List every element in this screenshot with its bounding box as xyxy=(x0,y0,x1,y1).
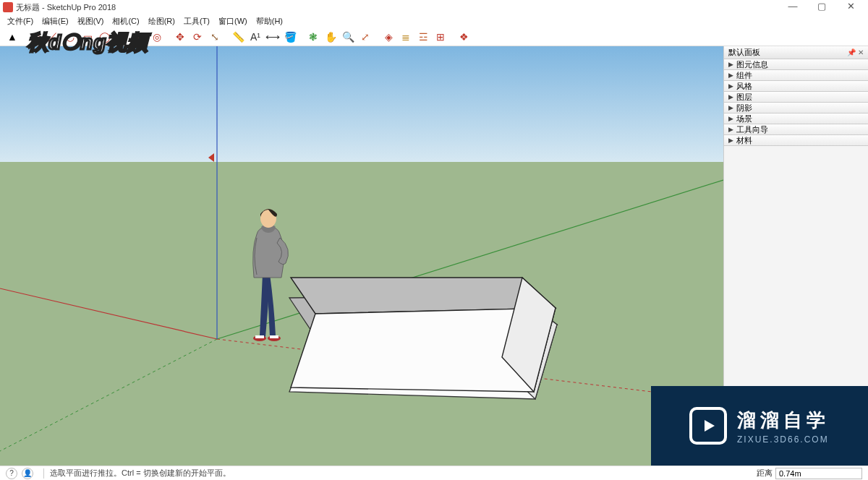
menu-item[interactable]: 文件(F) xyxy=(3,15,38,27)
status-hint: 选取平面进行推拉。Ctrl = 切换创建新的开始平面。 xyxy=(50,468,231,479)
measurement-input[interactable] xyxy=(775,468,862,479)
tray-header[interactable]: ▶风格 xyxy=(724,81,868,92)
eraser-tool[interactable]: ⬭ xyxy=(27,29,43,45)
zoom-extents-tool[interactable]: ⤢ xyxy=(357,29,373,45)
move-tool[interactable]: ✥ xyxy=(172,29,188,45)
tray-label: 场景 xyxy=(736,113,752,124)
app-icon xyxy=(3,2,13,12)
menubar: 文件(F)编辑(E)视图(V)相机(C)绘图(R)工具(T)窗口(W)帮助(H) xyxy=(0,14,868,27)
select-tool[interactable]: ▲ xyxy=(4,29,20,45)
panel-pin-icon[interactable]: 📌 ✕ xyxy=(847,48,864,56)
box-model xyxy=(291,278,556,392)
zoom-tool[interactable]: 🔍 xyxy=(340,29,356,45)
scale-tool[interactable]: ⤡ xyxy=(207,29,223,45)
tray-header[interactable]: ▶场景 xyxy=(724,113,868,124)
rotate-tool[interactable]: ⟳ xyxy=(190,29,205,45)
expand-arrow-icon: ▶ xyxy=(728,93,733,100)
titlebar: 无标题 - SketchUp Pro 2018 — ▢ ✕ xyxy=(0,0,868,14)
expand-arrow-icon: ▶ xyxy=(728,72,733,79)
panel-title-label: 默认面板 xyxy=(728,47,760,58)
user-icon[interactable]: 👤 xyxy=(22,468,33,479)
tray-header[interactable]: ▶材料 xyxy=(724,135,868,146)
menu-item[interactable]: 视图(V) xyxy=(73,15,109,27)
tray-label: 图元信息 xyxy=(736,59,768,70)
measure-label: 距离 xyxy=(757,468,773,479)
pan-tool[interactable]: ✋ xyxy=(323,29,339,45)
tape-tool[interactable]: 📏 xyxy=(230,29,246,45)
maximize-button[interactable]: ▢ xyxy=(807,0,836,14)
tray-header[interactable]: ▶工具向导 xyxy=(724,124,868,135)
tray-label: 图层 xyxy=(736,92,752,103)
components-tool[interactable]: ⊞ xyxy=(433,29,448,45)
expand-arrow-icon: ▶ xyxy=(728,61,733,68)
tray-header[interactable]: ▶阴影 xyxy=(724,103,868,113)
tray-header[interactable]: ▶图元信息 xyxy=(724,59,868,70)
outliner-tool[interactable]: ☲ xyxy=(415,29,431,45)
offset-tool[interactable]: ◎ xyxy=(149,29,165,45)
tray-header[interactable]: ▶图层 xyxy=(724,92,868,103)
viewport-3d[interactable] xyxy=(0,46,723,466)
rectangle-tool[interactable]: ▭ xyxy=(80,29,95,45)
tray-label: 组件 xyxy=(736,70,752,81)
menu-item[interactable]: 绘图(R) xyxy=(144,15,179,27)
tray-label: 材料 xyxy=(736,135,752,146)
expand-arrow-icon: ▶ xyxy=(728,104,733,111)
tray-label: 风格 xyxy=(736,81,752,92)
menu-item[interactable]: 帮助(H) xyxy=(252,15,287,27)
polygon-tool[interactable]: ⬠ xyxy=(114,29,130,45)
statusbar: ? 👤 选取平面进行推拉。Ctrl = 切换创建新的开始平面。 距离 xyxy=(0,466,868,480)
line-tool[interactable]: ／ xyxy=(45,29,61,45)
watermark-banner: 溜溜自学 ZIXUE.3D66.COM xyxy=(651,386,868,466)
paintbucket-tool[interactable]: 🪣 xyxy=(282,29,298,45)
circle-tool[interactable]: ◯ xyxy=(97,29,113,45)
menu-item[interactable]: 窗口(W) xyxy=(214,15,252,27)
watermark-title: 溜溜自学 xyxy=(737,408,830,433)
menu-item[interactable]: 工具(T) xyxy=(179,15,214,27)
text-tool[interactable]: A¹ xyxy=(247,29,263,45)
extension-tool[interactable]: ❖ xyxy=(456,29,472,45)
arc-tool[interactable]: ◡ xyxy=(62,29,78,45)
svg-rect-12 xyxy=(255,335,264,338)
window-title: 无标题 - SketchUp Pro 2018 xyxy=(16,2,116,13)
pushpull-tool[interactable]: ▣ xyxy=(132,29,148,45)
menu-item[interactable]: 编辑(E) xyxy=(38,15,73,27)
toolbar: ▲⬭／◡▭◯⬠▣◎✥⟳⤡📏A¹⟷🪣❃✋🔍⤢◈≣☲⊞❖ xyxy=(0,27,868,46)
dimension-tool[interactable]: ⟷ xyxy=(265,29,281,45)
expand-arrow-icon: ▶ xyxy=(728,137,733,144)
expand-arrow-icon: ▶ xyxy=(728,82,733,90)
menu-item[interactable]: 相机(C) xyxy=(108,15,143,27)
play-icon xyxy=(689,407,727,445)
sky xyxy=(0,46,723,162)
watermark-url: ZIXUE.3D66.COM xyxy=(737,434,830,445)
panel-title-bar[interactable]: 默认面板 📌 ✕ xyxy=(724,46,868,59)
minimize-button[interactable]: — xyxy=(778,0,807,14)
help-icon[interactable]: ? xyxy=(6,468,17,479)
tray-header[interactable]: ▶组件 xyxy=(724,70,868,81)
warehouse-tool[interactable]: ◈ xyxy=(380,29,396,45)
close-button[interactable]: ✕ xyxy=(836,0,865,14)
tray-label: 阴影 xyxy=(736,103,752,113)
svg-rect-13 xyxy=(270,335,278,338)
expand-arrow-icon: ▶ xyxy=(728,115,733,122)
tray-label: 工具向导 xyxy=(736,124,768,135)
orbit-tool[interactable]: ❃ xyxy=(305,29,321,45)
expand-arrow-icon: ▶ xyxy=(728,126,733,133)
layers-tool[interactable]: ≣ xyxy=(398,29,414,45)
